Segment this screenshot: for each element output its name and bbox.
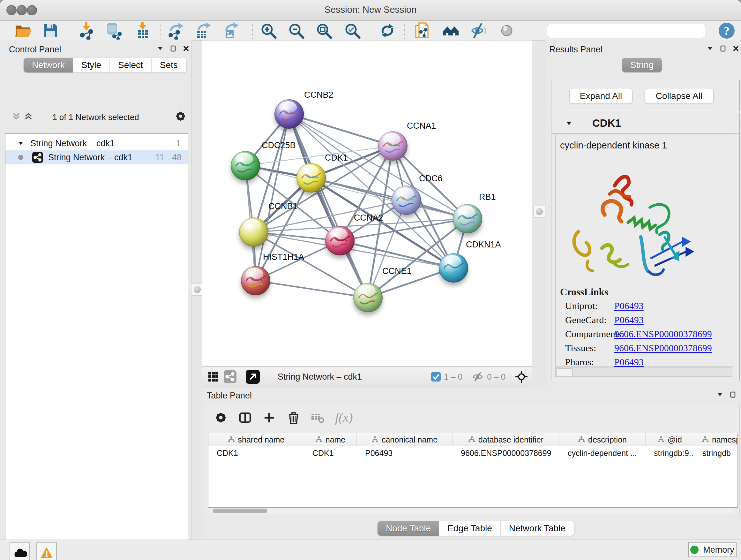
tab-network[interactable]: Network xyxy=(23,58,73,72)
zoom-out-button[interactable] xyxy=(287,22,306,40)
crosslink-value-link[interactable]: 9606.ENSP00000378699 xyxy=(614,343,712,354)
tab-sets[interactable]: Sets xyxy=(151,58,186,72)
add-column-icon[interactable] xyxy=(262,411,276,425)
search-input[interactable] xyxy=(547,24,706,38)
netbar-separator xyxy=(467,370,467,384)
netbar-separator xyxy=(510,370,510,384)
memory-button[interactable]: Memory xyxy=(688,543,737,557)
results-scrollbar-thumb[interactable] xyxy=(556,368,572,376)
network-canvas[interactable]: CCNB2CCNA1CDC25BCDK1CDC6RB1CCNB1CCNA2CDK… xyxy=(202,40,532,367)
network-node-CCNE1[interactable] xyxy=(353,283,383,312)
crosslink-value-link[interactable]: 9606.ENSP00000378699 xyxy=(614,328,712,339)
network-node-CCNB2[interactable] xyxy=(274,99,304,129)
network-view-title: String Network – cdk1 xyxy=(278,372,362,382)
column-header-namespace[interactable]: namespace xyxy=(694,433,738,446)
show-gallery-button[interactable] xyxy=(442,22,460,40)
table-settings-gear-icon[interactable] xyxy=(214,411,228,425)
table-row[interactable]: CDK1CDK1P064939606.ENSP00000378699cyclin… xyxy=(208,446,738,460)
column-header-description[interactable]: description xyxy=(559,433,646,446)
network-node-CCNA1[interactable] xyxy=(378,131,408,161)
import-network-file-button[interactable] xyxy=(77,22,96,40)
collapse-protein-icon[interactable] xyxy=(566,121,572,125)
network-row-selected[interactable]: String Network – cdk1 11 48 xyxy=(5,150,188,165)
expand-all-tree-icon[interactable] xyxy=(24,112,32,120)
tab-network-table[interactable]: Network Table xyxy=(501,521,574,536)
close-panel-icon[interactable] xyxy=(183,46,189,51)
network-node-CDKN1A[interactable] xyxy=(439,253,468,283)
tab-style[interactable]: Style xyxy=(73,58,110,72)
column-type-icon xyxy=(315,436,322,443)
results-horizontal-scrollbar[interactable] xyxy=(555,367,732,377)
collapse-all-tree-icon[interactable] xyxy=(12,112,20,120)
export-image-button[interactable] xyxy=(222,22,241,40)
float-panel-icon[interactable] xyxy=(720,45,726,52)
zoom-selected-button[interactable] xyxy=(343,22,361,40)
column-header-database-identifier[interactable]: database identifier xyxy=(453,433,559,446)
hidden-eye-icon[interactable] xyxy=(472,372,484,382)
float-panel-icon[interactable] xyxy=(730,391,736,398)
hide-unselected-button[interactable] xyxy=(469,22,488,40)
column-header-shared-name[interactable]: shared name xyxy=(208,433,304,446)
current-view-dot-icon xyxy=(18,155,23,160)
delete-column-icon[interactable] xyxy=(286,411,300,425)
column-header-name[interactable]: name xyxy=(304,433,357,446)
grid-view-icon[interactable] xyxy=(208,371,219,382)
warning-icon xyxy=(40,546,54,559)
collapse-all-button[interactable]: Collapse All xyxy=(645,88,714,104)
tab-edge-table[interactable]: Edge Table xyxy=(439,521,501,536)
network-options-gear-icon[interactable] xyxy=(174,110,187,123)
control-panel-tabs: NetworkStyleSelectSets xyxy=(23,58,186,72)
column-header-canonical-name[interactable]: canonical name xyxy=(357,433,453,446)
fit-selected-crosshair-icon[interactable] xyxy=(515,370,528,383)
zoom-in-icon xyxy=(259,22,277,40)
open-session-button[interactable] xyxy=(13,22,32,40)
network-node-CCNB1[interactable] xyxy=(239,217,268,247)
network-collection-row[interactable]: String Network – cdk1 1 xyxy=(5,136,188,150)
network-node-CDC6[interactable] xyxy=(392,186,421,215)
zoom-fit-button[interactable] xyxy=(315,22,333,40)
network-nodes-layer: CCNB2CCNA1CDC25BCDK1CDC6RB1CCNB1CCNA2CDK… xyxy=(202,41,532,366)
refresh-view-button[interactable] xyxy=(378,22,397,40)
warning-status-button[interactable] xyxy=(37,543,57,560)
expand-all-button[interactable]: Expand All xyxy=(569,88,632,104)
birdseye-view-icon[interactable] xyxy=(246,370,260,384)
protein-header-row[interactable]: CDK1 xyxy=(551,113,739,134)
collapse-panel-icon[interactable] xyxy=(707,46,713,51)
crosslink-value-link[interactable]: P06493 xyxy=(614,314,644,325)
node-table: shared namenamecanonical namedatabase id… xyxy=(208,433,738,508)
column-type-icon xyxy=(228,436,235,443)
table-horizontal-scrollbar[interactable] xyxy=(211,508,734,513)
cloud-status-button[interactable] xyxy=(10,543,30,560)
selected-checkbox-icon[interactable] xyxy=(431,372,441,381)
crosslink-value-link[interactable]: P06493 xyxy=(614,357,644,368)
import-table-file-button[interactable] xyxy=(134,22,152,40)
tab-string[interactable]: String xyxy=(622,58,662,72)
close-panel-icon[interactable] xyxy=(733,46,739,51)
export-network-button[interactable] xyxy=(167,22,185,40)
highlight-orb-button[interactable] xyxy=(497,22,516,40)
table-scrollbar-thumb[interactable] xyxy=(212,509,267,513)
tab-select[interactable]: Select xyxy=(110,58,151,72)
show-columns-icon[interactable] xyxy=(238,411,252,425)
network-node-HIST1H1A[interactable] xyxy=(241,266,270,295)
right-splitter-handle[interactable] xyxy=(533,206,545,218)
crosslink-value-link[interactable]: P06493 xyxy=(614,300,644,311)
collapse-panel-icon[interactable] xyxy=(157,46,163,51)
open-session-file-button[interactable] xyxy=(413,22,431,40)
zoom-in-button[interactable] xyxy=(259,22,278,40)
tab-node-table[interactable]: Node Table xyxy=(378,521,439,536)
float-panel-icon[interactable] xyxy=(171,45,176,52)
network-node-CDK1[interactable] xyxy=(296,163,326,192)
save-session-button[interactable] xyxy=(42,22,60,40)
node-label-CCNB2: CCNB2 xyxy=(304,90,333,100)
string-view-icon[interactable] xyxy=(224,370,237,383)
export-table-button[interactable] xyxy=(194,22,213,40)
help-button[interactable]: ? xyxy=(718,22,736,40)
network-node-CDC25B[interactable] xyxy=(231,151,260,180)
collapse-panel-icon[interactable] xyxy=(717,392,723,397)
tree-expand-icon[interactable] xyxy=(18,141,23,145)
import-network-database-button[interactable] xyxy=(105,22,123,40)
column-header--id[interactable]: @id xyxy=(646,433,694,446)
network-node-RB1[interactable] xyxy=(453,204,482,233)
network-node-CCNA2[interactable] xyxy=(325,226,354,255)
